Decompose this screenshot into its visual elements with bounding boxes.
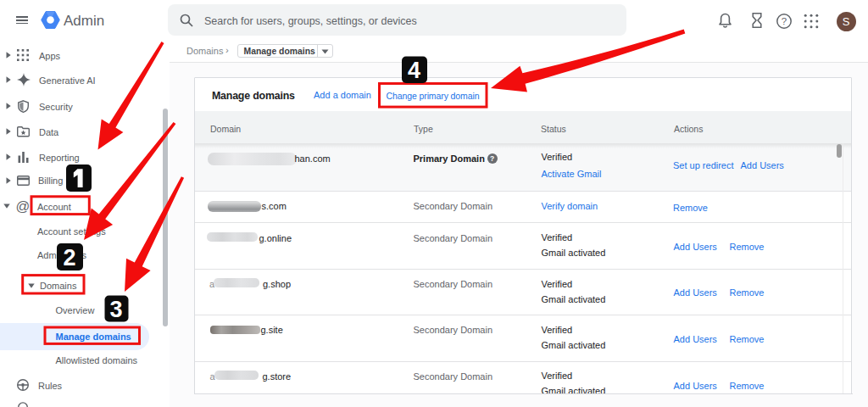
svg-text:3: 3 [109, 297, 122, 322]
svg-text:2: 2 [63, 245, 75, 270]
svg-text:4: 4 [408, 58, 420, 83]
